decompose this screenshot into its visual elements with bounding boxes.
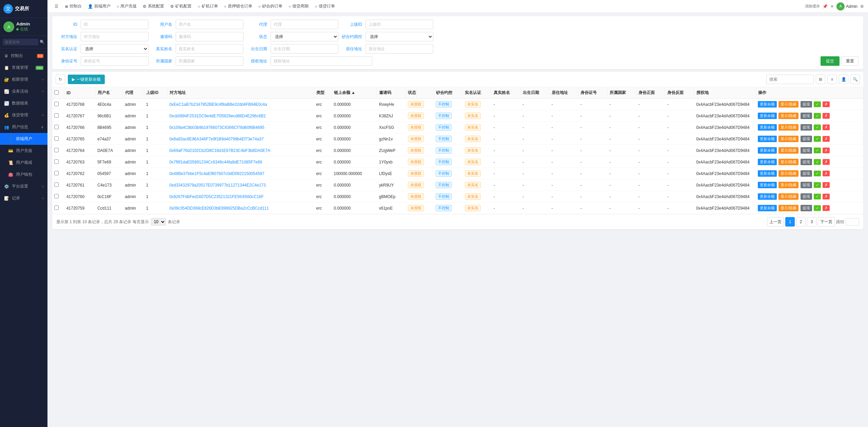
row-checkbox[interactable] (54, 159, 59, 164)
sidebar-item-lending[interactable]: 💰 借贷管理 › (0, 109, 47, 121)
delete-button[interactable]: ✗ (823, 113, 830, 119)
prev-page-button[interactable]: 上一页 (767, 217, 784, 227)
topnav-loan-period[interactable]: ○ 借贷周期 (286, 2, 311, 11)
delete-button[interactable]: ✗ (823, 171, 830, 176)
realname-select[interactable]: 选择 (81, 44, 149, 54)
withdraw-button[interactable]: 提现 (801, 159, 812, 165)
withdraw-button[interactable]: 提现 (801, 136, 812, 142)
next-page-button[interactable]: 下一页 (818, 217, 835, 227)
show-hide-button[interactable]: 显示/隐藏 (778, 182, 798, 188)
show-hide-button[interactable]: 显示/隐藏 (778, 101, 798, 108)
delete-button[interactable]: ✗ (823, 148, 830, 153)
show-hide-button[interactable]: 显示/隐藏 (778, 193, 798, 200)
topnav-miner-orders[interactable]: ○ 矿机订单 (195, 2, 220, 11)
status-select[interactable]: 选择 (271, 32, 338, 41)
update-balance-button[interactable]: 更新余额 (758, 113, 777, 119)
cell-address[interactable]: 0x09c354DD368cE826D3bE896925DBa2cCcBCcd1… (167, 202, 314, 214)
sidebar-item-regular[interactable]: 📋 常规管理 new (0, 62, 47, 74)
cell-address[interactable]: 0xd33432979a20517E0739977b11271344E2C4e1… (167, 179, 314, 191)
row-checkbox[interactable] (54, 182, 59, 187)
submit-button[interactable]: 提交 (821, 56, 840, 66)
withdraw-button[interactable]: 提现 (801, 193, 812, 200)
menu-toggle-button[interactable]: ☰ (52, 2, 61, 11)
cell-address[interactable]: 0x8a83ac6E96A346F7e9f1B9d40799b4Ef73e74a… (167, 133, 314, 145)
update-balance-button[interactable]: 更新余额 (758, 205, 777, 211)
search-input[interactable] (3, 39, 38, 45)
withdraw-button[interactable]: 提现 (801, 113, 812, 119)
delete-button[interactable]: ✗ (823, 101, 830, 107)
delete-button[interactable]: ✗ (823, 194, 830, 199)
search-toolbar-button[interactable]: 🔍 (850, 75, 860, 84)
username-input[interactable] (176, 20, 243, 29)
cell-address[interactable]: 0x109a4C8b03b9b19766073C6366Cf78d60f8B46… (167, 122, 314, 133)
update-balance-button[interactable]: 更新余额 (758, 147, 777, 154)
sidebar-item-userinfo[interactable]: 👥 用户信息 ∨ (0, 121, 47, 133)
topnav-dashboard[interactable]: 🖥 控制台 (62, 2, 84, 11)
update-balance-button[interactable]: 更新余额 (758, 193, 777, 200)
confirm-button[interactable]: ✓ (814, 148, 821, 153)
superior-id-input[interactable] (366, 20, 433, 29)
confirm-button[interactable]: ✓ (814, 159, 821, 165)
sidebar-item-recharge[interactable]: 💳 用户充值 (0, 145, 47, 157)
show-hide-button[interactable]: 显示/隐藏 (778, 159, 798, 165)
close-icon[interactable]: ✕ (830, 4, 834, 9)
page-jump-input[interactable] (846, 218, 859, 226)
sidebar-item-wallet[interactable]: 👛 用户钱包 (0, 169, 47, 180)
row-checkbox[interactable] (54, 148, 59, 152)
grid-view-button[interactable]: ⊞ (816, 75, 825, 84)
topnav-recharge[interactable]: ○ 用户充值 (114, 2, 139, 11)
sidebar-item-reports[interactable]: 📉 数据报表 (0, 97, 47, 109)
confirm-button[interactable]: ✓ (814, 194, 821, 199)
update-balance-button[interactable]: 更新余额 (758, 124, 777, 131)
confirm-button[interactable]: ✓ (814, 171, 821, 176)
delete-button[interactable]: ✗ (823, 205, 830, 211)
withdraw-button[interactable]: 提现 (801, 124, 812, 131)
row-checkbox[interactable] (54, 113, 59, 118)
sidebar-item-activity[interactable]: 📈 业务活动 › (0, 85, 47, 97)
show-hide-button[interactable]: 显示/隐藏 (778, 170, 798, 177)
gravel-select[interactable]: 选择 (366, 32, 433, 41)
update-balance-button[interactable]: 更新余额 (758, 182, 777, 188)
withdraw-button[interactable]: 提现 (801, 101, 812, 108)
refresh-button[interactable]: ↻ (56, 75, 65, 84)
residence-input[interactable] (366, 44, 433, 54)
withdraw-button[interactable]: 提现 (801, 170, 812, 177)
update-balance-button[interactable]: 更新余额 (758, 136, 777, 142)
reset-button[interactable]: 重置 (842, 56, 859, 66)
withdraw-button[interactable]: 提现 (801, 147, 812, 154)
update-balance-button[interactable]: 更新余额 (758, 101, 777, 108)
row-checkbox[interactable] (54, 102, 59, 106)
row-checkbox[interactable] (54, 136, 59, 141)
show-hide-button[interactable]: 显示/隐藏 (778, 124, 798, 131)
clear-cache-button[interactable]: 清除缓存 (805, 4, 820, 9)
birthday-input[interactable] (271, 44, 338, 54)
sidebar-item-dashboard[interactable]: 🖥 控制台 hot (0, 50, 47, 62)
topnav-gravel-orders[interactable]: ○ 砂合的订单 (256, 2, 285, 11)
sidebar-item-regulations[interactable]: 📜 用户规戒 (0, 157, 47, 169)
auth-address-input[interactable] (271, 56, 372, 66)
confirm-button[interactable]: ✓ (814, 113, 821, 119)
update-all-button[interactable]: ▶ 一键更新余额 (68, 75, 105, 84)
cell-address[interactable]: 0x48Be37bbe1F5c4aEf807607c0dD09221500545… (167, 168, 314, 179)
cell-address[interactable]: 0xEeC1aB7b2347952BE9c4f8aBBe32dd4FB94E0c… (167, 99, 314, 110)
delete-button[interactable]: ✗ (823, 124, 830, 130)
id-input[interactable] (81, 20, 149, 29)
cell-address[interactable]: 0xcb0894F2531DC9e4dE7f35829ecd86D4E296c6… (167, 110, 314, 122)
sidebar-item-records[interactable]: 📝 记录 › (0, 192, 47, 204)
sidebar-item-frontend-users[interactable]: 👤 前端用户 (0, 133, 47, 145)
row-checkbox[interactable] (54, 125, 59, 129)
topnav-miner-config[interactable]: ⚙ 矿机配置 (167, 2, 194, 11)
toolbar-search-input[interactable] (766, 75, 814, 84)
row-checkbox[interactable] (54, 206, 59, 210)
country-input[interactable] (176, 56, 243, 66)
sidebar-search-section[interactable]: 🔍 (0, 36, 47, 48)
sidebar-item-permission[interactable]: 🔐 权限管理 › (0, 74, 47, 85)
cell-address[interactable]: 0x9267FdbFed1607D5C23521321FE5fc6560cC16… (167, 191, 314, 202)
update-balance-button[interactable]: 更新余额 (758, 170, 777, 177)
confirm-button[interactable]: ✓ (814, 205, 821, 211)
invite-input[interactable] (176, 32, 243, 41)
page-3-button[interactable]: 3 (807, 217, 816, 227)
topnav-pledge-orders[interactable]: ○ 质押锁仓订单 (221, 2, 255, 11)
withdraw-button[interactable]: 提现 (801, 182, 812, 188)
select-all-checkbox[interactable] (54, 90, 59, 95)
